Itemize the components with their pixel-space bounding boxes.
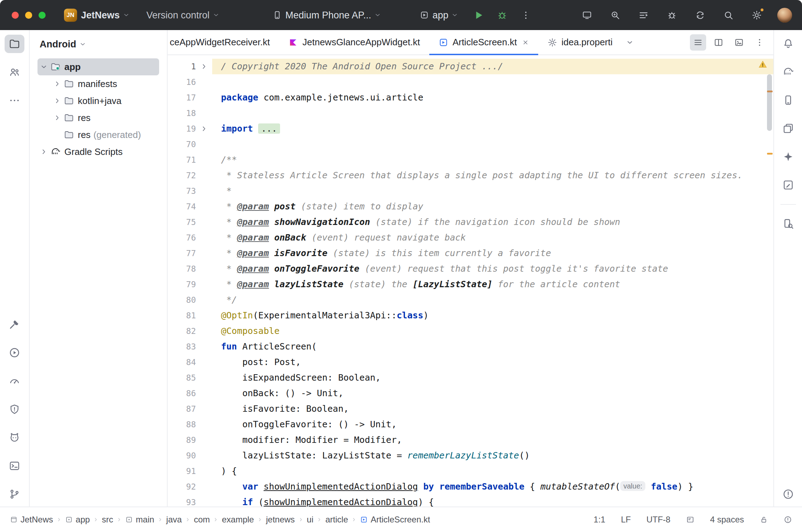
line-number[interactable]: 89 [168,432,196,448]
indent-widget[interactable]: 4 spaces [710,515,744,525]
structure-view-button[interactable] [636,7,651,23]
code-line-90[interactable]: 90 lazyListState: LazyListState = rememb… [168,448,773,463]
line-number[interactable]: 77 [168,245,196,261]
preview-button[interactable] [731,34,747,51]
version-control-button[interactable] [5,485,24,503]
code-line-82[interactable]: 82@Composable [168,323,773,339]
line-number[interactable]: 91 [168,463,196,479]
tree-chevron[interactable] [51,97,64,104]
fold-toggle-icon[interactable] [196,59,212,74]
code-line-79[interactable]: 79 * @param lazyListState (state) the [L… [168,277,773,292]
breadcrumb-java[interactable]: java [166,515,182,525]
line-number[interactable]: 92 [168,479,196,495]
line-number[interactable]: 70 [168,137,196,152]
code-line-89[interactable]: 89 modifier: Modifier = Modifier, [168,432,773,448]
line-number[interactable]: 16 [168,74,196,90]
line-number[interactable]: 84 [168,354,196,370]
tree-item-gradle-scripts[interactable]: Gradle Scripts [37,143,159,160]
notifications-button[interactable] [778,34,798,53]
tree-chevron[interactable] [37,148,50,155]
tree-chevron[interactable] [51,114,64,121]
code-line-83[interactable]: 83fun ArticleScreen( [168,339,773,354]
line-number[interactable]: 75 [168,214,196,230]
file-lock-button[interactable] [760,515,768,524]
tab-articlescreen-kt[interactable]: ArticleScreen.kt [429,30,538,54]
search-button[interactable] [721,7,736,23]
split-editor-button[interactable] [710,34,727,51]
line-number[interactable]: 93 [168,495,196,507]
project-view-selector[interactable]: Android [30,30,167,58]
user-avatar[interactable] [777,8,792,23]
more-options-button[interactable] [751,34,768,51]
scrollbar-thumb[interactable] [767,74,772,131]
line-number[interactable]: 90 [168,448,196,463]
more-run-actions-button[interactable] [518,7,534,23]
tab-ceappwidgetreceiver-kt[interactable]: ceAppWidgetReceiver.kt [168,30,279,54]
editor-list-button[interactable] [690,34,706,51]
code-line-70[interactable]: 70 [168,137,773,152]
close-window-button[interactable] [12,12,19,19]
problems-button[interactable] [778,485,798,503]
line-number[interactable]: 87 [168,401,196,417]
debug-button[interactable] [494,7,510,23]
warning-stripe-mark[interactable] [767,153,773,155]
code-line-77[interactable]: 77 * @param isFavorite (state) is this i… [168,245,773,261]
device-streaming-button[interactable] [579,7,595,23]
code-line-76[interactable]: 76 * @param onBack (event) request navig… [168,230,773,245]
inspections-status-button[interactable] [784,515,792,524]
gradle-button[interactable] [778,63,798,81]
app-quality-insights-button[interactable] [5,400,24,418]
settings-button[interactable] [749,7,765,23]
layout-inspector-button[interactable] [778,176,798,194]
warning-stripe-mark[interactable] [767,91,773,92]
tree-item-kotlin-java[interactable]: kotlin+java [37,92,159,109]
breadcrumb-article[interactable]: article [325,515,348,525]
code-line-91[interactable]: 91) { [168,463,773,479]
line-number[interactable]: 17 [168,90,196,105]
tab-list-button[interactable] [622,30,638,54]
device-selector-button[interactable]: Medium Phone AP... [272,10,381,21]
vcs-update-button[interactable] [692,7,708,23]
device-explorer-button[interactable] [778,215,798,233]
breadcrumb-src[interactable]: src [102,515,113,525]
breadcrumb-articlescreen-kt[interactable]: ArticleScreen.kt [360,515,430,525]
encoding-widget[interactable]: UTF-8 [646,515,670,525]
line-number[interactable]: 86 [168,386,196,401]
line-number[interactable]: 85 [168,370,196,386]
commit-button[interactable] [5,63,24,81]
code-line-16[interactable]: 16 [168,74,773,90]
code-line-72[interactable]: 72 * Stateless Article Screen that displ… [168,168,773,183]
line-number[interactable]: 71 [168,152,196,168]
code-line-75[interactable]: 75 * @param showNavigationIcon (state) i… [168,214,773,230]
tree-item-manifests[interactable]: manifests [37,75,159,92]
run-button[interactable] [470,7,487,23]
run-button[interactable] [5,343,24,362]
tab-jetnewsglanceappwidget-kt[interactable]: JetnewsGlanceAppWidget.kt [279,30,429,54]
breadcrumb-ui[interactable]: ui [307,515,314,525]
tree-item-res-generated[interactable]: res(generated) [37,126,159,143]
line-number[interactable]: 83 [168,339,196,354]
code-line-81[interactable]: 81@OptIn(ExperimentalMaterial3Api::class… [168,308,773,323]
zoom-window-button[interactable] [39,12,46,19]
code-line-18[interactable]: 18 [168,105,773,121]
profiler-button[interactable] [5,372,24,390]
debug-assistant-button[interactable] [664,7,680,23]
code-line-78[interactable]: 78 * @param onToggleFavorite (event) req… [168,261,773,277]
device-manager-button[interactable] [778,91,798,109]
inspect-code-button[interactable] [608,7,623,23]
terminal-button[interactable] [5,457,24,475]
code-editor[interactable]: 1/ Copyright 2020 The Android Open Sourc… [168,55,773,507]
code-line-1[interactable]: 1/ Copyright 2020 The Android Open Sourc… [168,59,773,74]
line-number[interactable]: 81 [168,308,196,323]
code-line-73[interactable]: 73 * [168,183,773,199]
line-number[interactable]: 74 [168,199,196,214]
breadcrumb-example[interactable]: example [222,515,254,525]
tree-chevron[interactable] [37,63,50,70]
inspections-widget[interactable] [758,59,768,71]
code-line-88[interactable]: 88 onToggleFavorite: () -> Unit, [168,417,773,432]
line-number[interactable]: 79 [168,277,196,292]
vcs-widget-button[interactable]: Version control [146,10,219,21]
code-line-19[interactable]: 19import ... [168,121,773,137]
code-line-86[interactable]: 86 onBack: () -> Unit, [168,386,773,401]
fold-toggle-icon[interactable] [196,121,212,137]
